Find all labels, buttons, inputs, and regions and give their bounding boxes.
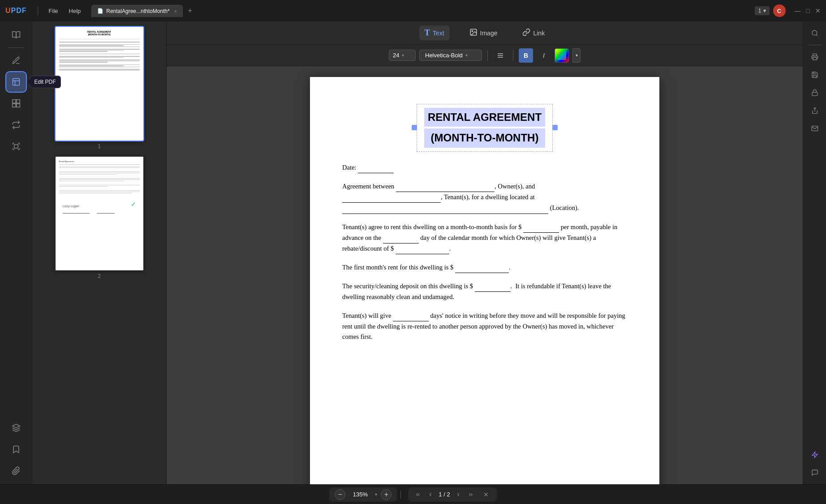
rent-amount-blank[interactable] <box>523 222 559 233</box>
selection-handle-left[interactable] <box>412 125 417 130</box>
thumbnail-number-1: 1 <box>98 143 101 149</box>
menu-help[interactable]: Help <box>65 6 85 16</box>
right-divider1 <box>808 45 822 45</box>
page-next-button[interactable] <box>454 490 463 499</box>
sidebar-divider1 <box>8 47 24 48</box>
svg-rect-0 <box>13 79 19 85</box>
font-size-dropdown-icon: ▾ <box>402 53 404 58</box>
page-indicator-arrow: ▾ <box>763 8 766 14</box>
pdf-page: RENTAL AGREEMENT (MONTH-TO-MONTH) Date: … <box>310 77 659 484</box>
sidebar-item-read[interactable] <box>6 25 26 45</box>
sidebar-item-ocr[interactable] <box>6 137 26 156</box>
sidebar-item-edit-pdf[interactable]: Edit PDF <box>6 72 26 92</box>
share-button[interactable] <box>807 103 823 119</box>
zoom-dropdown-icon[interactable]: ▾ <box>375 492 377 497</box>
image-tool-label: Image <box>480 30 498 37</box>
owner-blank[interactable] <box>396 181 495 192</box>
zoom-out-button[interactable]: − <box>335 489 345 500</box>
page-prev-button[interactable] <box>426 490 435 499</box>
font-size-select[interactable]: 24 ▾ <box>389 50 416 61</box>
color-dropdown-icon: ▾ <box>576 53 578 58</box>
svg-rect-14 <box>813 57 817 60</box>
thumbnail-item-2[interactable]: Rental Agreement Lizzy <box>38 157 161 279</box>
selection-handle-right[interactable] <box>552 125 558 130</box>
zoom-in-button[interactable]: + <box>381 489 391 500</box>
user-avatar[interactable]: C <box>773 4 786 17</box>
svg-marker-17 <box>812 452 817 457</box>
menu-file[interactable]: File <box>45 6 62 16</box>
page-indicator-header[interactable]: 1 ▾ <box>755 6 770 15</box>
svg-marker-6 <box>12 424 20 428</box>
svg-rect-5 <box>14 145 17 148</box>
location-blank[interactable] <box>342 203 548 214</box>
minimize-button[interactable]: — <box>795 7 801 14</box>
tab-icon: 📄 <box>97 8 103 14</box>
pdf-viewer[interactable]: RENTAL AGREEMENT (MONTH-TO-MONTH) Date: … <box>167 66 803 484</box>
pdf-title-block[interactable]: RENTAL AGREEMENT (MONTH-TO-MONTH) <box>342 104 627 152</box>
save-file-button[interactable] <box>807 67 823 83</box>
font-size-value: 24 <box>393 52 399 59</box>
page-separator: / <box>443 491 445 498</box>
content-area: T Text Image Lin <box>167 21 803 484</box>
notice-days-blank[interactable] <box>393 311 429 321</box>
pdf-title-line2[interactable]: (MONTH-TO-MONTH) <box>424 128 545 147</box>
link-tool-button[interactable]: Link <box>517 26 550 41</box>
date-blank[interactable] <box>358 162 394 173</box>
title-bar-right: 1 ▾ C — □ ✕ <box>755 4 821 17</box>
bold-button[interactable]: B <box>519 48 533 63</box>
print-button[interactable] <box>807 49 823 65</box>
sidebar-item-bookmark[interactable] <box>6 440 26 459</box>
tab-close-button[interactable]: × <box>174 9 177 14</box>
bottom-bar: − 135% ▾ + 1 / 2 <box>0 484 826 504</box>
app-logo: UPDF <box>5 7 27 15</box>
tenant-blank[interactable] <box>342 192 441 203</box>
zoom-level-display: 135% <box>349 491 371 498</box>
first-month-blank[interactable] <box>455 262 509 273</box>
pdf-agreement-block: Agreement between , Owner(s), and , Tena… <box>342 181 627 214</box>
italic-button[interactable]: I <box>537 48 551 63</box>
ai-assistant-button[interactable] <box>807 447 823 463</box>
left-sidebar: Edit PDF <box>0 21 32 484</box>
maximize-button[interactable]: □ <box>806 7 810 14</box>
title-divider <box>38 6 38 15</box>
svg-point-8 <box>472 30 473 31</box>
comment-button[interactable] <box>807 465 823 481</box>
page-first-button[interactable] <box>413 490 422 499</box>
pdf-rent-block: Tenant(s) agree to rent this dwelling on… <box>342 222 627 255</box>
sidebar-item-layers[interactable] <box>6 418 26 438</box>
thumbnail-number-2: 2 <box>98 273 101 279</box>
deposit-blank[interactable] <box>475 281 511 292</box>
text-tool-button[interactable]: T Text <box>419 26 450 40</box>
color-dropdown-button[interactable]: ▾ <box>572 48 581 63</box>
sidebar-item-attachment[interactable] <box>6 461 26 481</box>
new-tab-button[interactable]: + <box>185 5 195 16</box>
page-last-button[interactable] <box>466 490 475 499</box>
zoom-divider <box>400 491 401 499</box>
close-button[interactable]: ✕ <box>815 7 821 14</box>
format-divider-1 <box>487 50 488 61</box>
color-swatch-button[interactable] <box>555 48 569 63</box>
svg-rect-3 <box>12 104 16 107</box>
page-nav-close-button[interactable]: ✕ <box>481 489 491 500</box>
thumbnail-frame-1: RENTAL AGREEMENT (MONTH-TO-MONTH) <box>56 27 143 141</box>
sidebar-item-highlight[interactable] <box>6 51 26 70</box>
sidebar-item-convert[interactable] <box>6 115 26 135</box>
pay-day-blank[interactable] <box>383 233 419 243</box>
thumbnail-item-1[interactable]: RENTAL AGREEMENT (MONTH-TO-MONTH) <box>38 27 161 149</box>
text-tool-label: Text <box>433 30 444 37</box>
align-button[interactable] <box>493 48 508 63</box>
search-right-button[interactable] <box>807 25 823 41</box>
format-divider-2 <box>513 50 513 61</box>
page-current-display: 1 / 2 <box>439 491 450 498</box>
pdf-security-block: The security/cleaning deposit on this dw… <box>342 281 627 302</box>
active-tab[interactable]: 📄 RentalAgree...nthtoMonth* × <box>91 5 183 17</box>
sidebar-item-pages[interactable] <box>6 94 26 113</box>
svg-rect-2 <box>16 100 20 103</box>
discount-blank[interactable] <box>396 243 449 254</box>
font-name-select[interactable]: Helvetica-Bold ▾ <box>419 50 482 61</box>
image-tool-button[interactable]: Image <box>464 26 503 41</box>
protect-button[interactable] <box>807 85 823 101</box>
zoom-controls: − 135% ▾ + <box>329 487 397 502</box>
mail-button[interactable] <box>807 120 823 137</box>
pdf-title-line1[interactable]: RENTAL AGREEMENT <box>424 108 545 127</box>
